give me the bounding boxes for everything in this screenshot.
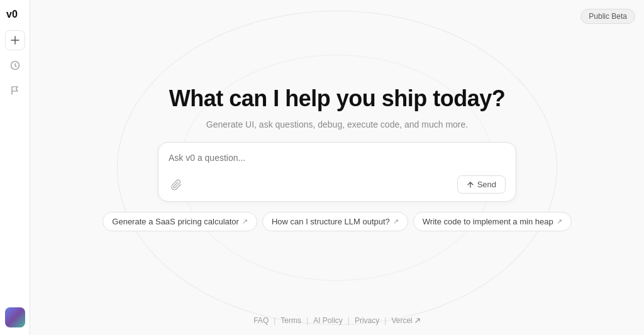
flag-button[interactable] (5, 80, 25, 101)
sub-heading: Generate UI, ask questions, debug, execu… (206, 119, 468, 129)
history-button[interactable] (5, 55, 25, 75)
chip-1-label: Generate a SaaS pricing calculator (112, 217, 239, 226)
user-avatar[interactable] (5, 307, 25, 327)
external-link-icon (414, 317, 421, 324)
clock-icon (10, 60, 20, 70)
chip-2-label: How can I structure LLM output? (272, 217, 390, 226)
attach-button[interactable] (169, 177, 185, 193)
footer-ai-policy-link[interactable]: AI Policy (308, 316, 348, 325)
footer: FAQ | Terms | AI Policy | Privacy | Verc… (30, 316, 644, 325)
public-beta-badge: Public Beta (580, 9, 635, 24)
chat-input[interactable] (169, 151, 506, 167)
input-footer: Send (169, 175, 506, 194)
chip-1-arrow: ↗ (242, 217, 248, 226)
chip-2[interactable]: How can I structure LLM output? ↗ (262, 212, 408, 231)
chip-2-arrow: ↗ (393, 217, 399, 226)
sidebar: v0 (0, 0, 30, 335)
footer-faq-link[interactable]: FAQ (248, 316, 274, 325)
chip-3-arrow: ↗ (557, 217, 562, 226)
footer-privacy-link[interactable]: Privacy (350, 316, 384, 325)
footer-vercel-link[interactable]: Vercel (386, 316, 425, 325)
flag-icon (10, 85, 20, 96)
center-content: What can I help you ship today? Generate… (103, 85, 571, 231)
send-icon (467, 181, 474, 189)
send-button[interactable]: Send (457, 175, 506, 194)
new-chat-button[interactable] (5, 30, 25, 50)
footer-terms-link[interactable]: Terms (275, 316, 306, 325)
svg-text:v0: v0 (6, 9, 18, 19)
chip-3[interactable]: Write code to implement a min heap ↗ (413, 212, 572, 231)
plus-icon (11, 36, 19, 45)
logo[interactable]: v0 (5, 8, 25, 20)
main-heading: What can I help you ship today? (169, 85, 506, 112)
input-box: Send (158, 142, 516, 202)
send-button-label: Send (477, 180, 496, 189)
suggestion-chips: Generate a SaaS pricing calculator ↗ How… (103, 212, 571, 231)
chip-1[interactable]: Generate a SaaS pricing calculator ↗ (103, 212, 257, 231)
chip-3-label: Write code to implement a min heap (423, 217, 553, 226)
paperclip-icon (171, 179, 182, 190)
footer-vercel-label: Vercel (391, 316, 412, 325)
main-content: Public Beta What can I help you ship tod… (30, 0, 644, 335)
